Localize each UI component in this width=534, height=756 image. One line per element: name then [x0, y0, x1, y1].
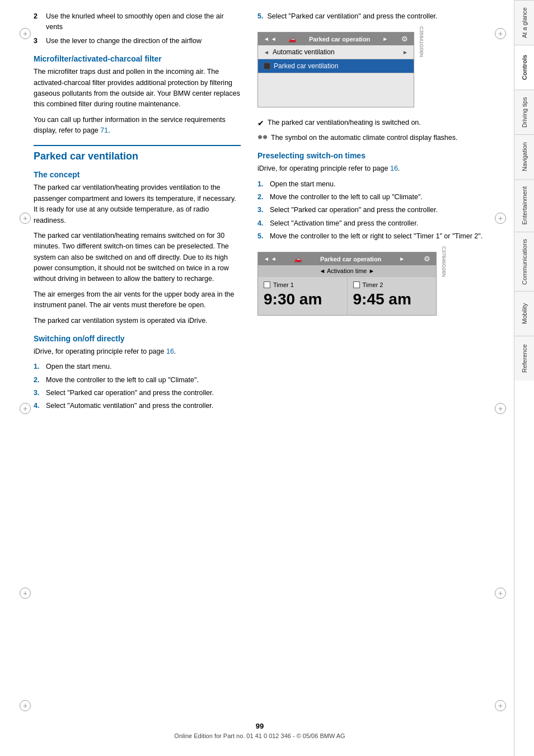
- concept-para2: The parked car ventilation/heating remai…: [34, 231, 241, 285]
- switching-idrive-text: iDrive, for operating principle refer to…: [34, 348, 166, 355]
- microfilter-para2: You can call up further information in t…: [34, 115, 241, 137]
- timer1-checkbox: [264, 281, 270, 288]
- switching-step-3-text: Select "Parked car operation" and press …: [46, 388, 214, 398]
- tab-navigation[interactable]: Navigation: [514, 134, 534, 179]
- tab-driving-tips-label: Driving tips: [521, 97, 528, 127]
- idrive-screen1-back-arrows: ◄ ◄: [264, 36, 279, 42]
- tab-controls-label: Controls: [521, 55, 528, 80]
- page-number: 99: [256, 722, 264, 730]
- note2-line: ❄❄ The symbol on the automatic climate c…: [257, 133, 497, 143]
- preselect-step-3-num: 3.: [257, 205, 266, 215]
- timer-forward-arrow: ►: [399, 256, 405, 262]
- switching-step-2-num: 2.: [34, 375, 43, 386]
- switching-step-2: 2. Move the controller to the left to ca…: [34, 375, 241, 386]
- switching-page-ref[interactable]: 16: [166, 348, 174, 355]
- preselect-step-1-num: 1.: [257, 179, 266, 190]
- sidebar-tabs: At a glance Controls Driving tips Naviga…: [514, 0, 534, 756]
- timer-car-icon: 🚗: [294, 255, 302, 263]
- climate-symbol-icon: ❄❄: [257, 133, 268, 142]
- tab-navigation-label: Navigation: [521, 143, 528, 172]
- timer2-label: Timer 2: [363, 281, 383, 288]
- preselect-idrive-ref: iDrive, for operating principle refer to…: [257, 163, 497, 174]
- footer-copyright: Online Edition for Part no. 01 41 0 012 …: [174, 732, 345, 739]
- timer2-checkbox: [353, 281, 360, 288]
- page-footer: 99 Online Edition for Part no. 01 41 0 0…: [34, 722, 486, 739]
- tab-mobility-label: Mobility: [521, 303, 528, 324]
- preselect-step-4-num: 4.: [257, 218, 266, 229]
- idrive-menu-item-parked-ventilation[interactable]: Parked car ventilation: [258, 59, 414, 73]
- switching-idrive-ref: iDrive, for operating principle refer to…: [34, 346, 241, 357]
- timer2-label-row: Timer 2: [353, 281, 431, 288]
- preselect-step-5-num: 5.: [257, 231, 266, 242]
- step5-content: Select "Parked car ventilation" and pres…: [267, 12, 437, 20]
- preselect-heading: Preselecting switch-on times: [257, 151, 497, 160]
- parked-car-heading: Parked car ventilation: [34, 145, 241, 162]
- switching-step-1-text: Open the start menu.: [46, 361, 111, 372]
- tab-driving-tips[interactable]: Driving tips: [514, 90, 534, 134]
- idrive-screen1-forward-arrow: ►: [382, 36, 388, 42]
- preselect-step-1-text: Open the start menu.: [270, 179, 335, 190]
- timer1-label: Timer 1: [273, 281, 294, 288]
- tab-communications[interactable]: Communications: [514, 232, 534, 292]
- switching-step-3-num: 3.: [34, 388, 43, 398]
- switching-step-3: 3. Select "Parked car operation" and pre…: [34, 388, 241, 398]
- preselect-step-5: 5. Move the controller to the left or ri…: [257, 231, 497, 242]
- preselect-step-2-text: Move the controller to the left to call …: [270, 192, 423, 203]
- parked-ventilation-checkbox: [264, 63, 270, 69]
- timer2-time: 9:45 am: [353, 290, 431, 308]
- microfilter-heading: Microfilter/activated-charcoal filter: [34, 54, 241, 63]
- idrive-screen1-empty-area: [258, 73, 414, 107]
- preselect-steps-list: 1. Open the start menu. 2. Move the cont…: [257, 179, 497, 242]
- switching-step-1-num: 1.: [34, 361, 43, 372]
- switching-step-4-num: 4.: [34, 401, 43, 411]
- step-3-number: 3: [34, 36, 43, 46]
- preselect-step-2-num: 2.: [257, 192, 266, 203]
- tab-controls[interactable]: Controls: [514, 45, 534, 90]
- step5-num: 5.: [257, 12, 263, 20]
- preselect-step-5-text: Move the controller to the left or right…: [270, 231, 483, 242]
- idrive-screen1-car-icon: 🚗: [288, 35, 297, 43]
- timer-settings-icon: ⚙: [424, 255, 430, 263]
- idrive-screen1-title: Parked car operation: [309, 36, 370, 43]
- auto-ventilation-arrow-right: ►: [402, 49, 408, 55]
- idrive-screen-1: ◄ ◄ 🚗 Parked car operation ► ⚙ ◄ Automat…: [257, 32, 414, 107]
- step5-text: 5. Select "Parked car ventilation" and p…: [257, 11, 497, 22]
- screen2-id-text: C37846G06N: [441, 246, 447, 321]
- screen1-id-text: C35841G06N: [419, 26, 424, 113]
- preselect-page-ref[interactable]: 16: [390, 165, 398, 172]
- checkmark-icon: ✔: [257, 118, 264, 129]
- preselect-step-3: 3. Select "Parked car operation" and pre…: [257, 205, 497, 215]
- initial-steps-list: 2 Use the knurled wheel to smoothly open…: [34, 11, 241, 46]
- tab-mobility[interactable]: Mobility: [514, 291, 534, 336]
- timer1-label-row: Timer 1: [264, 281, 341, 288]
- tab-communications-label: Communications: [521, 239, 528, 285]
- activation-time-label: ◄ Activation time ►: [320, 267, 375, 274]
- timer-sub-header: ◄ Activation time ►: [258, 265, 436, 276]
- idrive-screen1-header: ◄ ◄ 🚗 Parked car operation ► ⚙: [258, 32, 414, 45]
- switching-heading: Switching on/off directly: [34, 334, 241, 343]
- preselect-step-4-text: Select "Activation time" and press the c…: [270, 218, 418, 229]
- tab-at-a-glance[interactable]: At a glance: [514, 0, 534, 45]
- tab-entertainment-label: Entertainment: [521, 186, 528, 224]
- note1-text: The parked car ventilation/heating is sw…: [268, 118, 421, 128]
- switching-step-2-text: Move the controller to the left to call …: [46, 375, 199, 386]
- tab-reference-label: Reference: [521, 345, 528, 373]
- tab-entertainment[interactable]: Entertainment: [514, 179, 534, 231]
- concept-heading: The concept: [34, 170, 241, 179]
- microfilter-page-ref[interactable]: 71: [100, 126, 108, 134]
- microfilter-para1: The microfilter traps dust and pollen in…: [34, 67, 241, 110]
- left-column: 2 Use the knurled wheel to smoothly open…: [34, 11, 241, 416]
- tab-reference[interactable]: Reference: [514, 336, 534, 381]
- concept-para1: The parked car ventilation/heating provi…: [34, 182, 241, 226]
- microfilter-para2-text: You can call up further information in t…: [34, 116, 226, 134]
- note2-text: The symbol on the automatic climate cont…: [271, 133, 458, 143]
- timer1-column: Timer 1 9:30 am: [258, 277, 348, 315]
- switching-step-4: 4. Select "Automatic ventilation" and pr…: [34, 401, 241, 411]
- timer-back-arrows: ◄ ◄: [264, 256, 279, 262]
- tab-at-a-glance-label: At a glance: [521, 7, 528, 38]
- right-column: 5. Select "Parked car ventilation" and p…: [257, 11, 497, 416]
- timer1-time: 9:30 am: [264, 290, 341, 308]
- idrive-menu-item-auto-ventilation[interactable]: ◄ Automatic ventilation ►: [258, 45, 414, 59]
- switching-step-4-text: Select "Automatic ventilation" and press…: [46, 401, 213, 411]
- step-2-item: 2 Use the knurled wheel to smoothly open…: [34, 11, 241, 33]
